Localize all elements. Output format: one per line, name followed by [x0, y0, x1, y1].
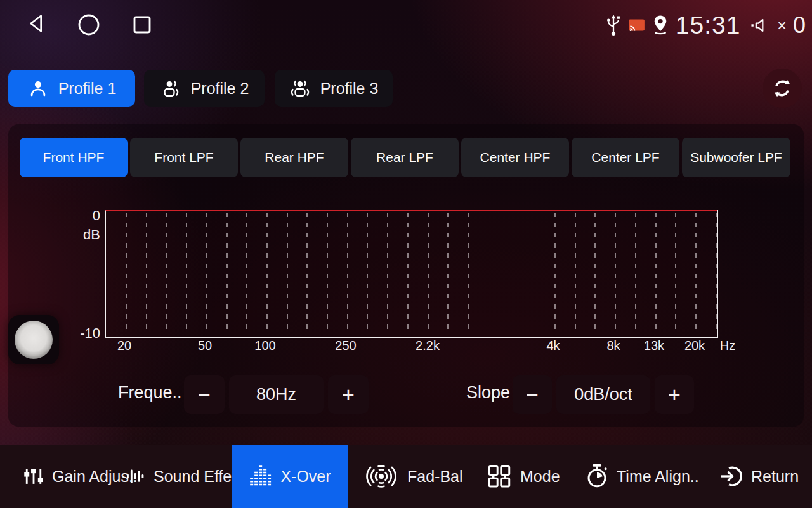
- tab-rear-hpf[interactable]: Rear HPF: [240, 138, 348, 177]
- tab-profile-2[interactable]: Profile 2: [144, 70, 265, 107]
- return-arrow-icon: [718, 464, 743, 489]
- tab-label: Front HPF: [43, 150, 105, 165]
- volume-knob-tile[interactable]: [8, 315, 59, 364]
- nav-label: Sound Effe..: [154, 467, 240, 486]
- tab-label: Center HPF: [480, 150, 551, 165]
- x-tick-8k: 8k: [606, 338, 620, 353]
- frequency-minus-button[interactable]: −: [184, 375, 225, 414]
- reset-button[interactable]: [763, 69, 802, 108]
- recents-icon: [131, 13, 154, 36]
- y-axis-bottom-tick: -10: [63, 325, 100, 342]
- home-icon: [77, 13, 100, 36]
- nav-sound-effect[interactable]: Sound Effe..: [124, 444, 240, 508]
- bottom-nav-bar: Gain Adjus.. Sound Effe..: [0, 444, 812, 508]
- frequency-label: Freque..: [118, 383, 182, 403]
- nav-label: Return: [751, 467, 799, 486]
- surround-waves-icon: [363, 462, 400, 490]
- volume-level: 0: [793, 12, 806, 39]
- person-3-icon: [289, 77, 311, 99]
- volume-knob[interactable]: [15, 321, 53, 359]
- nav-time-align[interactable]: Time Align..: [585, 444, 699, 508]
- frequency-plus-button[interactable]: +: [328, 375, 369, 414]
- nav-gain-adjust[interactable]: Gain Adjus..: [23, 444, 138, 508]
- status-bar-right: 15:31 × 0: [605, 0, 806, 51]
- tab-front-lpf[interactable]: Front LPF: [130, 138, 238, 177]
- gain-sliders-icon: [23, 465, 44, 487]
- x-tick-50: 50: [198, 338, 212, 353]
- slope-minus-button[interactable]: −: [513, 375, 552, 414]
- x-tick-250: 250: [335, 338, 356, 353]
- usb-icon: [605, 13, 622, 37]
- slope-label: Slope: [466, 383, 510, 403]
- tab-subwoofer-lpf[interactable]: Subwoofer LPF: [682, 138, 790, 177]
- tab-profile-3[interactable]: Profile 3: [275, 70, 393, 107]
- tab-label: Rear LPF: [376, 150, 433, 165]
- x-tick-2k2: 2.2k: [416, 338, 440, 353]
- sync-icon: [771, 77, 793, 99]
- nav-label: Time Align..: [617, 467, 699, 486]
- tab-front-hpf[interactable]: Front HPF: [20, 138, 128, 177]
- tab-label: Profile 3: [320, 79, 379, 98]
- nav-x-over[interactable]: X-Over: [232, 444, 348, 508]
- tab-label: Center LPF: [591, 150, 659, 165]
- tab-label: Profile 1: [58, 79, 117, 98]
- tab-profile-1[interactable]: Profile 1: [8, 70, 135, 107]
- grid-squares-icon: [486, 462, 513, 490]
- person-icon: [27, 77, 49, 99]
- recents-button[interactable]: [131, 13, 154, 36]
- tab-label: Front LPF: [154, 150, 213, 165]
- x-tick-20: 20: [117, 338, 131, 353]
- nav-fad-bal[interactable]: Fad-Bal: [363, 444, 463, 508]
- stopwatch-icon: [585, 463, 609, 490]
- y-axis-top-tick: 0: [63, 208, 100, 224]
- x-tick-20k: 20k: [684, 338, 705, 353]
- location-icon: [651, 14, 670, 37]
- x-tick-13k: 13k: [644, 338, 664, 353]
- chart-gridlines: [106, 211, 717, 337]
- cast-icon: [628, 18, 645, 33]
- nav-mode[interactable]: Mode: [486, 444, 560, 508]
- sound-bars-icon: [124, 467, 146, 486]
- nav-label: X-Over: [280, 467, 331, 486]
- person-2-icon: [160, 77, 181, 99]
- slope-plus-button[interactable]: +: [655, 375, 694, 414]
- tab-center-hpf[interactable]: Center HPF: [461, 138, 569, 177]
- frequency-value: 80Hz: [229, 375, 324, 414]
- tab-label: Subwoofer LPF: [690, 150, 782, 165]
- home-button[interactable]: [77, 13, 100, 36]
- x-tick-100: 100: [254, 338, 275, 353]
- nav-return[interactable]: Return: [718, 444, 799, 508]
- equalizer-columns-icon: [248, 464, 272, 488]
- frequency-response-chart: [105, 210, 718, 338]
- x-axis-unit: Hz: [720, 338, 735, 353]
- tab-center-lpf[interactable]: Center LPF: [572, 138, 679, 177]
- tab-label: Profile 2: [191, 79, 249, 98]
- x-tick-4k: 4k: [546, 338, 560, 353]
- volume-muted-icon: [750, 16, 770, 35]
- xover-screen: 15:31 × 0 Profile 1 Profile 2: [0, 0, 812, 508]
- tab-rear-lpf[interactable]: Rear LPF: [351, 138, 459, 177]
- slope-value: 0dB/oct: [556, 375, 650, 414]
- volume-mute-symbol: ×: [777, 17, 787, 35]
- clock: 15:31: [676, 11, 741, 39]
- back-icon: [27, 13, 47, 34]
- nav-label: Fad-Bal: [407, 467, 463, 486]
- nav-label: Mode: [520, 467, 560, 486]
- y-axis-unit: dB: [63, 227, 100, 243]
- tab-label: Rear HPF: [265, 150, 324, 165]
- back-button[interactable]: [27, 13, 47, 34]
